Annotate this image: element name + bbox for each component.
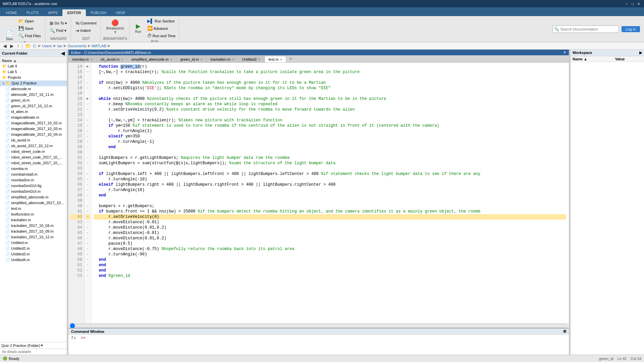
- indent-button[interactable]: ⇥ Indent: [74, 27, 98, 34]
- maximize-button[interactable]: □: [630, 1, 635, 6]
- nav-path-documents[interactable]: Documents: [68, 44, 87, 48]
- find-button[interactable]: 🔍 Find ▾: [48, 27, 69, 34]
- code-line-40: bumpers = r.getBumpers;: [94, 203, 566, 209]
- file-item-obavoid[interactable]: 📄 ob_avoid.m: [0, 137, 67, 143]
- tab-obavoid-m[interactable]: ob_avoid.m ✕: [97, 56, 127, 62]
- file-item-untitled[interactable]: 📄 Untitled.m: [0, 240, 67, 246]
- file-item-roombainstall[interactable]: 📄 roombaInstall.m: [0, 172, 67, 177]
- tab-untitled2[interactable]: Untitled2 ✕: [238, 56, 264, 62]
- tab-simplified-m[interactable]: simplified_aliencode.m ✕: [127, 56, 176, 62]
- file-item-imagecal-03[interactable]: 📄 imagecalibrate_2017_10_03.m: [0, 126, 67, 132]
- file-item-aliencode[interactable]: 📄 aliencode.m: [0, 86, 67, 92]
- file-item-robotstreet[interactable]: 📄 robot_street_code.m: [0, 149, 67, 155]
- folder-combo-dropdown[interactable]: ▾: [41, 343, 43, 348]
- editor-close-icon[interactable]: ✕: [563, 50, 566, 55]
- file-item-greenid-2017[interactable]: 📄 green_id_2017_10_12.m: [0, 103, 67, 109]
- file-item-imagecal-04[interactable]: 📄 imagecalibrate_2017_10_04.m: [0, 132, 67, 137]
- cmd-window-content[interactable]: fx >>: [68, 335, 569, 355]
- run-button[interactable]: ▶ Run: [132, 22, 144, 35]
- tab-plots[interactable]: PLOTS: [22, 9, 43, 16]
- sidebar-collapse-icon[interactable]: ◀: [61, 51, 65, 56]
- file-item-roombasimgui-m[interactable]: 📄 roombaSimGUI.m: [0, 189, 67, 194]
- folder-item-lab5[interactable]: 📁 Lab 5: [0, 69, 67, 75]
- search-doc-input[interactable]: [560, 27, 617, 31]
- file-item-greenid[interactable]: 📄 green_id.m: [0, 98, 67, 103]
- nav-path-c[interactable]: C:: [33, 44, 37, 48]
- file-item-roombasimgui-fig[interactable]: 📄 roombaSimGUI.fig: [0, 183, 67, 189]
- close-button[interactable]: ✕: [636, 1, 641, 6]
- file-item-testfunction[interactable]: 📄 testfunction.m: [0, 212, 67, 217]
- ws-header-name[interactable]: Name ▲: [573, 57, 615, 61]
- tab-close-obavoid[interactable]: ✕: [121, 58, 123, 61]
- login-button[interactable]: Log In: [622, 26, 640, 32]
- file-item-roombasim[interactable]: 📄 roombaSim.m: [0, 177, 67, 183]
- open-button[interactable]: 📂 Open: [17, 17, 43, 24]
- new-button[interactable]: 📄 New: [3, 29, 15, 42]
- tab-trackalien-m[interactable]: trackalien.m ✕: [207, 56, 238, 62]
- tab-close-roomba[interactable]: ✕: [90, 58, 93, 61]
- tab-apps[interactable]: APPS: [43, 9, 62, 16]
- code-editor[interactable]: 14 15 16 17 18 19 20 21 22 23 24 25 26 2…: [68, 63, 569, 323]
- nav-forward-button[interactable]: ▶: [9, 43, 15, 49]
- file-item-robotstreet-04[interactable]: 📄 robot_street_code_2017_10_04.m: [0, 160, 67, 166]
- find-files-button[interactable]: 🔍 Find Files: [17, 32, 43, 39]
- file-item-aliencode-2017[interactable]: 📄 aliencode_2017_10_11.m: [0, 92, 67, 98]
- tab-test-m[interactable]: test.m ✕: [265, 56, 286, 62]
- cmd-window-expand-icon[interactable]: ⊞: [563, 329, 566, 334]
- workspace-collapse-icon[interactable]: ▶: [639, 51, 642, 55]
- open-icon: 📂: [18, 18, 24, 23]
- cmd-input[interactable]: [88, 336, 484, 341]
- horizontal-scrollbar[interactable]: [68, 323, 569, 328]
- file-item-trackalien[interactable]: 📄 trackalien.m: [0, 217, 67, 223]
- folder-item-projects[interactable]: 📁 Projects: [0, 75, 67, 80]
- tab-close-greenid[interactable]: ✕: [200, 58, 203, 61]
- nav-browse-button[interactable]: 📁: [24, 43, 32, 49]
- minimize-button[interactable]: ─: [624, 1, 629, 6]
- tab-close-simplified[interactable]: ✕: [170, 58, 173, 61]
- file-item-imagecal[interactable]: 📄 imagecalibrate.m: [0, 115, 67, 120]
- tab-editor[interactable]: EDITOR: [62, 9, 86, 16]
- ws-header-value[interactable]: Value: [615, 57, 642, 61]
- file-item-untitled4[interactable]: 📄 Untitled4.m: [0, 257, 67, 263]
- file-item-robotstreet-03[interactable]: 📄 robot_street_code_2017_10_03.m: [0, 155, 67, 160]
- tab-close-test[interactable]: ✕: [280, 58, 282, 61]
- save-button[interactable]: 💾 Save: [17, 25, 43, 32]
- file-item-trackalien-12[interactable]: 📄 trackalien_2017_10_12.m: [0, 234, 67, 240]
- tab-publish[interactable]: PUBLISH: [86, 9, 111, 16]
- tab-view[interactable]: VIEW: [111, 9, 130, 16]
- tab-close-trackalien[interactable]: ✕: [232, 58, 234, 61]
- file-item-trackalien-04[interactable]: 📄 trackalien_2017_10_04.m: [0, 223, 67, 229]
- file-item-imagecal-02[interactable]: 📄 imagecalibrate_2017_10_02.m: [0, 120, 67, 126]
- breakpoints-button[interactable]: 🔴 Breakpoints▾: [105, 19, 126, 35]
- folder-item-lab4[interactable]: 📁 Lab 4: [0, 63, 67, 69]
- code-line-30: [94, 150, 566, 155]
- file-item-test[interactable]: 📄 test.m: [0, 206, 67, 212]
- file-item-untitled2[interactable]: 📄 Untitled2.m: [0, 246, 67, 251]
- nav-up-button[interactable]: ↑: [16, 43, 20, 49]
- new-tab-button[interactable]: +: [286, 55, 294, 62]
- tab-home[interactable]: HOME: [1, 9, 22, 16]
- folder-item-quiz2[interactable]: 📁 Quiz 2 Practice: [0, 80, 67, 86]
- tab-greenid-m[interactable]: green_id.m ✕: [177, 56, 207, 62]
- folder-tree[interactable]: Name ▲ 📁 Lab 4 📁 Lab 5 📁 Projects 📁 Quiz…: [0, 57, 67, 342]
- file-item-simplified[interactable]: 📄 simplified_aliencode.m: [0, 194, 67, 200]
- comment-button[interactable]: % Comment: [74, 20, 98, 27]
- run-section-button[interactable]: ▶▌ Run Section: [146, 17, 177, 24]
- tab-roomba-m[interactable]: roomba.m ✕: [68, 56, 97, 62]
- file-item-idalien[interactable]: 📄 id_alien.m: [0, 109, 67, 115]
- code-content[interactable]: function green_id(r) [~,bw,~] = trackali…: [91, 63, 569, 323]
- file-item-obavoid-2017[interactable]: 📄 ob_avoid_2017_10_12.m: [0, 143, 67, 149]
- file-item-trackalien-09[interactable]: 📄 trackalien_2017_10_09.m: [0, 229, 67, 234]
- tab-close-untitled2[interactable]: ✕: [258, 58, 261, 61]
- nav-path-users[interactable]: Users: [42, 44, 52, 48]
- nav-path-ian[interactable]: Ian: [57, 44, 62, 48]
- nav-back-button[interactable]: ◀: [2, 43, 8, 49]
- advance-button[interactable]: ⏩ Advance: [146, 25, 177, 32]
- file-item-simplified-2017[interactable]: 📄 simplified_aliencode_2017_10_12.m: [0, 200, 67, 206]
- file-item-roomba[interactable]: 📄 roomba.m: [0, 166, 67, 172]
- cmd-window-header: Command Window ⊞: [68, 328, 569, 335]
- nav-path-matlab[interactable]: MATLAB: [92, 44, 106, 48]
- go-to-button[interactable]: ⊞ Go To ▾: [48, 20, 69, 27]
- run-and-time-button[interactable]: ⏱ Run and Time: [146, 32, 177, 39]
- file-item-untitled3[interactable]: 📄 Untitled3.m: [0, 251, 67, 257]
